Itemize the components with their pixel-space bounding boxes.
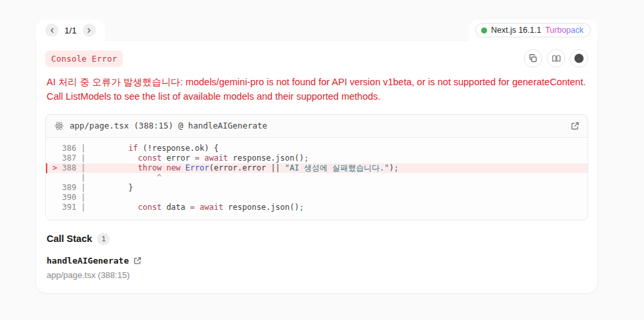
docs-button[interactable] bbox=[547, 49, 565, 68]
turbopack-label: Turbopack bbox=[545, 26, 584, 35]
copy-error-button[interactable] bbox=[524, 49, 542, 68]
chevron-right-icon bbox=[85, 27, 93, 34]
frame-location: app/page.tsx (388:15) bbox=[47, 270, 587, 280]
code-line: > 388 | throw new Error(error.error || "… bbox=[46, 163, 588, 173]
code-line: 390 | bbox=[46, 193, 588, 203]
call-stack-frames: handleAIGenerateapp/page.tsx (388:15) bbox=[47, 256, 587, 280]
frame-function-name: handleAIGenerate bbox=[47, 256, 129, 266]
next-error-button[interactable] bbox=[83, 24, 96, 37]
version-tab: Next.js 16.1.1 Turbopack bbox=[469, 20, 597, 41]
call-stack-frame: handleAIGenerateapp/page.tsx (388:15) bbox=[47, 256, 587, 280]
call-stack-title: Call Stack bbox=[47, 233, 92, 244]
dialog-toolbar bbox=[524, 49, 588, 68]
code-line: 387 | const error = await response.json(… bbox=[46, 153, 588, 163]
code-line: | ^ bbox=[46, 173, 588, 183]
external-link-icon[interactable] bbox=[133, 256, 142, 265]
status-dot-icon bbox=[481, 28, 487, 33]
code-line: 386 | if (!response.ok) { bbox=[46, 144, 588, 153]
docs-book-icon bbox=[551, 54, 561, 64]
theme-toggle-button[interactable] bbox=[570, 49, 588, 68]
nextjs-version-badge[interactable]: Next.js 16.1.1 Turbopack bbox=[475, 23, 591, 37]
overlay-top-bar: 1/1 Next.js 16.1.1 Turbopack bbox=[36, 20, 597, 41]
chevron-left-icon bbox=[49, 27, 56, 34]
dialog-header: Console Error bbox=[45, 49, 588, 68]
page-background: 1/1 Next.js 16.1.1 Turbopack Console Err… bbox=[0, 0, 644, 320]
react-icon bbox=[54, 121, 64, 131]
code-frame-header: app/page.tsx (388:15) @ handleAIGenerate bbox=[46, 115, 588, 138]
error-type-badge: Console Error bbox=[45, 50, 123, 67]
code-frame: app/page.tsx (388:15) @ handleAIGenerate… bbox=[45, 114, 588, 220]
open-in-editor-button[interactable] bbox=[570, 121, 580, 130]
copy-icon bbox=[528, 54, 538, 63]
previous-error-button[interactable] bbox=[45, 24, 58, 37]
call-stack-header: Call Stack 1 bbox=[47, 233, 587, 245]
call-stack-section: Call Stack 1 handleAIGenerateapp/page.ts… bbox=[45, 233, 588, 280]
source-location-label: app/page.tsx (388:15) @ handleAIGenerate bbox=[70, 121, 267, 130]
code-block: 386 | if (!response.ok) { 387 | const er… bbox=[46, 138, 588, 220]
call-stack-count-badge: 1 bbox=[97, 233, 110, 245]
nextjs-error-overlay: 1/1 Next.js 16.1.1 Turbopack Console Err… bbox=[36, 20, 597, 293]
code-line: 391 | const data = await response.json()… bbox=[46, 203, 588, 212]
error-message: AI 처리 중 오류가 발생했습니다: models/gemini-pro is… bbox=[47, 75, 587, 104]
error-dialog: Console Error bbox=[36, 41, 597, 293]
code-line: 389 | } bbox=[46, 183, 588, 193]
error-pagination-tab: 1/1 bbox=[36, 20, 105, 41]
nextjs-version-label: Next.js 16.1.1 bbox=[491, 26, 541, 35]
theme-icon bbox=[574, 54, 584, 63]
error-counter: 1/1 bbox=[64, 26, 77, 35]
external-link-icon bbox=[570, 121, 580, 130]
